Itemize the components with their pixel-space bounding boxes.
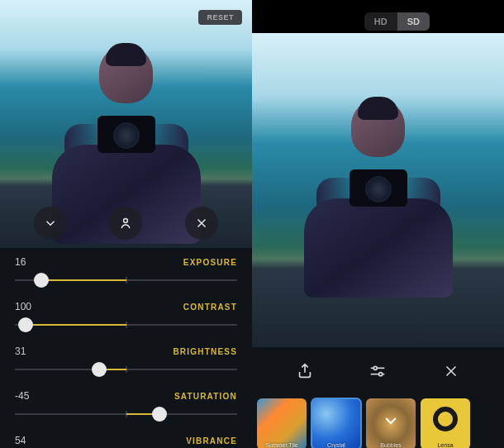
photo-action-row bbox=[0, 207, 252, 240]
adjust-button[interactable] bbox=[365, 359, 390, 384]
slider-track[interactable] bbox=[15, 407, 237, 422]
slider-track[interactable] bbox=[15, 362, 237, 377]
filter-label: Crystal bbox=[327, 442, 345, 448]
photo-preview-left: RESET bbox=[0, 0, 252, 248]
quality-toggle[interactable]: HD SD bbox=[364, 12, 430, 31]
slider-contrast: 100 CONTRAST bbox=[15, 301, 237, 332]
slider-knob[interactable] bbox=[18, 317, 33, 332]
slider-knob[interactable] bbox=[92, 362, 107, 377]
filter-label: Summer Tile bbox=[265, 442, 297, 448]
sliders-container: 16 EXPOSURE 100 CONTRAST 31 bbox=[0, 248, 252, 448]
slider-knob[interactable] bbox=[34, 273, 49, 288]
slider-label: BRIGHTNESS bbox=[173, 347, 237, 356]
svg-point-6 bbox=[379, 373, 383, 376]
slider-label: VIBRANCE bbox=[186, 436, 237, 446]
slider-value: 54 bbox=[15, 435, 26, 446]
reset-button[interactable]: RESET bbox=[198, 10, 242, 25]
close-icon bbox=[442, 362, 460, 380]
sliders-icon bbox=[368, 362, 387, 380]
filter-panel: HD SD Summer Tile Crystal bbox=[252, 0, 504, 448]
filters-row[interactable]: Summer Tile Crystal Bubbles Lensa bbox=[252, 395, 504, 448]
filter-lensa[interactable]: Lensa bbox=[421, 398, 470, 448]
slider-track[interactable] bbox=[15, 317, 237, 332]
slider-label: SATURATION bbox=[174, 392, 237, 401]
expand-button[interactable] bbox=[34, 207, 67, 240]
slider-value: 16 bbox=[15, 256, 26, 268]
slider-track[interactable] bbox=[15, 273, 237, 288]
slider-knob[interactable] bbox=[152, 407, 167, 422]
hd-option[interactable]: HD bbox=[364, 12, 397, 31]
close-icon bbox=[194, 216, 209, 231]
photo-subject bbox=[52, 45, 201, 227]
person-icon bbox=[118, 216, 133, 231]
slider-label: EXPOSURE bbox=[183, 258, 237, 267]
slider-value: -45 bbox=[15, 390, 29, 402]
share-icon bbox=[296, 362, 314, 380]
tools-row bbox=[252, 347, 504, 395]
svg-point-0 bbox=[124, 219, 128, 223]
photo-preview-right bbox=[252, 33, 504, 347]
sd-option[interactable]: SD bbox=[397, 12, 430, 31]
filter-crystal[interactable]: Crystal bbox=[311, 398, 361, 448]
person-mask-button[interactable] bbox=[109, 207, 142, 240]
slider-vibrance: 54 VIBRANCE bbox=[15, 435, 237, 446]
svg-point-5 bbox=[374, 366, 378, 369]
lensa-icon bbox=[433, 407, 458, 431]
chevron-down-icon bbox=[383, 412, 399, 432]
filter-label: Lensa bbox=[437, 442, 453, 448]
adjustment-panel: RESET 16 EXPOSURE bbox=[0, 0, 252, 448]
slider-label: CONTRAST bbox=[183, 303, 237, 312]
close-button[interactable] bbox=[185, 207, 218, 240]
chevron-down-icon bbox=[43, 216, 58, 231]
filter-bubbles[interactable]: Bubbles bbox=[366, 398, 416, 448]
slider-value: 100 bbox=[15, 301, 31, 312]
slider-brightness: 31 BRIGHTNESS bbox=[15, 346, 237, 377]
photo-subject bbox=[304, 99, 453, 281]
slider-value: 31 bbox=[15, 346, 26, 357]
filter-label: Bubbles bbox=[380, 442, 401, 448]
close-button[interactable] bbox=[439, 359, 464, 384]
slider-exposure: 16 EXPOSURE bbox=[15, 256, 237, 288]
filter-summer-tile[interactable]: Summer Tile bbox=[257, 398, 307, 448]
share-button[interactable] bbox=[292, 359, 317, 384]
slider-saturation: -45 SATURATION bbox=[15, 390, 237, 422]
